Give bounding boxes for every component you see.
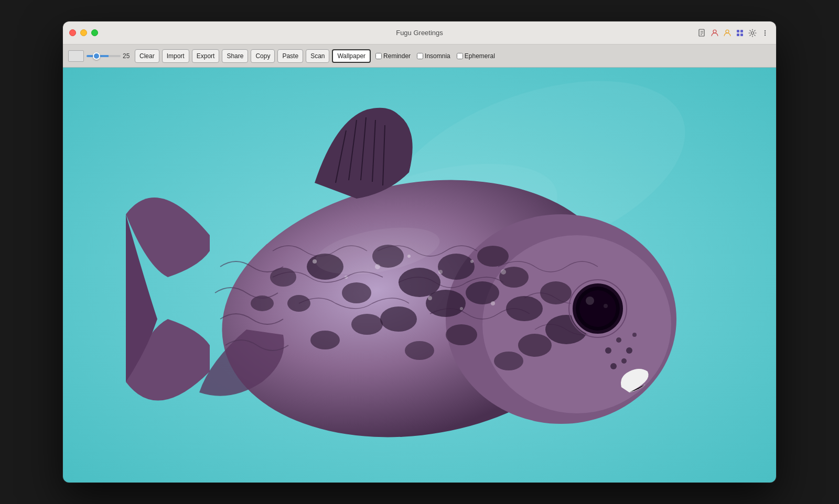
svg-point-46 <box>405 341 434 360</box>
svg-point-61 <box>604 304 608 308</box>
ephemeral-checkbox-item[interactable]: Ephemeral <box>457 52 495 60</box>
svg-point-51 <box>438 270 443 274</box>
titlebar: Fugu Greetings <box>63 21 776 45</box>
person2-icon[interactable] <box>723 28 732 38</box>
paste-button[interactable]: Paste <box>277 49 303 63</box>
svg-point-52 <box>470 260 474 263</box>
insomnia-checkbox-item[interactable]: Insomnia <box>417 52 450 60</box>
ephemeral-checkbox[interactable] <box>457 53 463 59</box>
svg-point-40 <box>310 331 340 349</box>
svg-rect-9 <box>740 34 743 36</box>
insomnia-label: Insomnia <box>425 52 450 60</box>
svg-point-33 <box>466 281 499 304</box>
size-slider[interactable] <box>87 55 121 57</box>
svg-point-60 <box>586 297 594 305</box>
color-picker[interactable] <box>68 50 84 62</box>
svg-point-65 <box>616 337 621 343</box>
svg-point-38 <box>351 314 383 335</box>
svg-point-4 <box>713 30 716 33</box>
svg-point-54 <box>428 296 432 300</box>
grid-icon[interactable] <box>735 28 745 38</box>
copy-button[interactable]: Copy <box>251 49 275 63</box>
svg-rect-6 <box>737 30 739 32</box>
svg-point-26 <box>342 282 371 303</box>
reminder-label: Reminder <box>383 52 411 60</box>
reminder-checkbox[interactable] <box>375 53 382 59</box>
svg-point-45 <box>446 324 477 345</box>
titlebar-actions <box>697 28 770 38</box>
svg-point-11 <box>765 30 766 31</box>
canvas-area[interactable] <box>63 68 776 483</box>
maximize-button[interactable] <box>91 29 98 36</box>
window-title: Fugu Greetings <box>396 29 443 37</box>
fish-scene <box>63 68 776 483</box>
svg-point-64 <box>605 347 611 354</box>
svg-point-55 <box>460 307 463 310</box>
clear-button[interactable]: Clear <box>135 49 159 63</box>
more-icon[interactable] <box>760 28 770 38</box>
svg-point-5 <box>726 30 729 33</box>
close-button[interactable] <box>69 29 76 36</box>
svg-point-13 <box>765 34 766 35</box>
svg-point-66 <box>626 347 632 354</box>
insomnia-checkbox[interactable] <box>417 53 423 59</box>
person-icon[interactable] <box>710 28 719 38</box>
svg-point-56 <box>491 301 495 305</box>
svg-point-36 <box>540 281 572 304</box>
svg-point-12 <box>765 32 766 33</box>
svg-point-10 <box>751 31 754 34</box>
toolbar: 25 Clear Import Export Share Copy Paste … <box>63 45 776 68</box>
reminder-checkbox-item[interactable]: Reminder <box>375 52 411 60</box>
svg-point-59 <box>579 290 616 327</box>
checkbox-group: Reminder Insomnia Ephemeral <box>375 52 495 60</box>
share-button[interactable]: Share <box>222 49 248 63</box>
gear-icon[interactable] <box>748 28 757 38</box>
svg-rect-8 <box>737 34 739 36</box>
minimize-button[interactable] <box>80 29 87 36</box>
size-slider-container: 25 <box>87 52 132 60</box>
app-window: Fugu Greetings <box>63 21 776 483</box>
svg-point-69 <box>632 333 637 337</box>
slider-value: 25 <box>123 52 132 60</box>
scan-button[interactable]: Scan <box>306 49 329 63</box>
svg-point-43 <box>518 334 552 357</box>
export-button[interactable]: Export <box>192 49 220 63</box>
svg-point-31 <box>477 246 509 267</box>
doc-icon[interactable] <box>697 28 707 38</box>
svg-point-68 <box>610 363 617 369</box>
svg-point-53 <box>501 269 506 275</box>
traffic-lights <box>69 29 98 36</box>
svg-point-44 <box>494 352 523 370</box>
svg-point-30 <box>438 254 475 280</box>
ephemeral-label: Ephemeral <box>465 52 495 60</box>
wallpaper-button[interactable]: Wallpaper <box>332 49 371 63</box>
svg-rect-7 <box>740 30 743 32</box>
import-button[interactable]: Import <box>162 49 189 63</box>
svg-point-67 <box>621 358 627 364</box>
svg-point-39 <box>380 306 417 332</box>
